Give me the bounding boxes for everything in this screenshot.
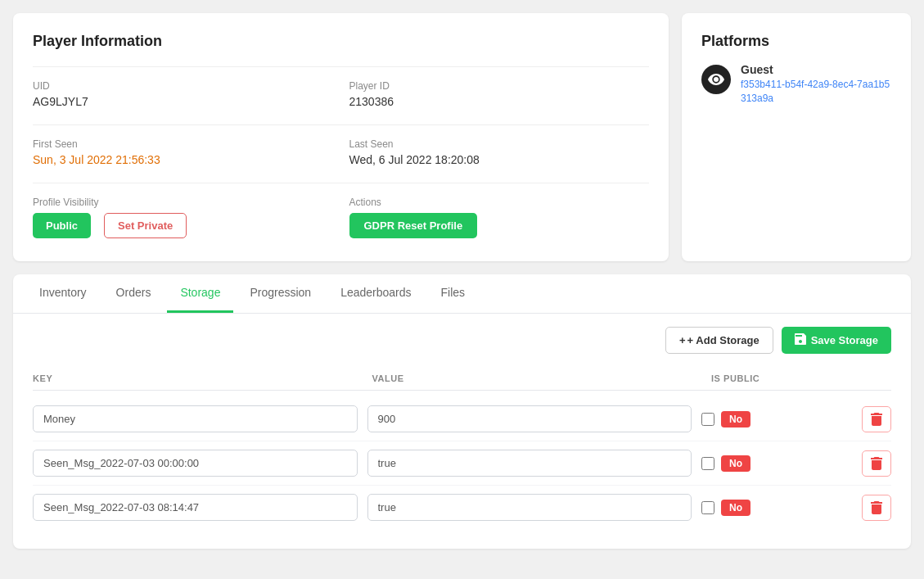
storage-toolbar: + + Add Storage Save Storage (33, 327, 891, 354)
player-id-section: Player ID 2130386 (349, 80, 650, 108)
profile-visibility-label: Profile Visibility (33, 197, 333, 208)
value-input-2[interactable] (367, 450, 692, 477)
tab-files[interactable]: Files (428, 274, 479, 313)
public-button[interactable]: Public (33, 213, 91, 238)
delete-cell-2 (842, 450, 891, 477)
platforms-card: Platforms Guest f353b411-b54f-42a9-8ec4-… (682, 13, 911, 261)
storage-row: No (33, 397, 891, 441)
player-info-title: Player Information (33, 33, 649, 50)
set-private-button[interactable]: Set Private (104, 213, 187, 238)
header-key: KEY (33, 373, 372, 383)
platform-name: Guest (741, 63, 891, 76)
storage-row: No (33, 441, 891, 486)
value-input-1[interactable] (367, 405, 692, 432)
storage-row: No (33, 486, 891, 529)
delete-cell-1 (842, 406, 891, 432)
value-input-3[interactable] (367, 494, 692, 521)
is-public-checkbox-3[interactable] (701, 501, 714, 514)
is-public-cell-3: No (701, 500, 832, 516)
action-buttons: GDPR Reset Profile (349, 213, 650, 238)
tabs-section: Inventory Orders Storage Progression Lea… (13, 274, 911, 549)
is-public-checkbox-2[interactable] (701, 457, 714, 470)
key-cell-3 (33, 494, 358, 521)
value-cell-1 (367, 405, 692, 432)
uid-label: UID (33, 80, 333, 92)
delete-cell-3 (842, 495, 891, 521)
uid-section: UID AG9LJYL7 (33, 80, 333, 108)
save-storage-label: Save Storage (811, 334, 878, 346)
info-grid: UID AG9LJYL7 Player ID 2130386 (33, 80, 649, 111)
trash-icon-3 (871, 501, 882, 514)
add-storage-button[interactable]: + + Add Storage (665, 327, 773, 354)
last-seen-section: Last Seen Wed, 6 Jul 2022 18:20:08 (349, 138, 650, 166)
no-badge-3: No (721, 500, 750, 516)
profile-visibility-section: Profile Visibility Public Set Private (33, 197, 333, 238)
value-cell-3 (367, 494, 692, 521)
last-seen-value: Wed, 6 Jul 2022 18:20:08 (349, 153, 650, 166)
delete-button-3[interactable] (862, 495, 891, 521)
trash-icon-2 (871, 457, 882, 470)
dates-grid: First Seen Sun, 3 Jul 2022 21:56:33 Last… (33, 138, 649, 170)
platform-info: Guest f353b411-b54f-42a9-8ec4-7aa1b5313a… (741, 63, 891, 106)
save-storage-button[interactable]: Save Storage (782, 327, 891, 354)
player-id-label: Player ID (349, 80, 650, 92)
is-public-cell-1: No (701, 411, 832, 427)
actions-label: Actions (349, 197, 650, 208)
eye-icon (708, 74, 724, 85)
no-badge-2: No (721, 455, 750, 472)
main-layout: Player Information UID AG9LJYL7 Player I… (13, 13, 911, 261)
tab-inventory[interactable]: Inventory (26, 274, 100, 313)
first-seen-section: First Seen Sun, 3 Jul 2022 21:56:33 (33, 138, 333, 166)
tab-orders[interactable]: Orders (103, 274, 165, 313)
first-seen-value: Sun, 3 Jul 2022 21:56:33 (33, 153, 333, 166)
header-is-public: IS PUBLIC (711, 373, 842, 383)
delete-button-2[interactable] (862, 450, 891, 477)
actions-section: Actions GDPR Reset Profile (349, 197, 650, 238)
tab-storage[interactable]: Storage (167, 274, 233, 313)
storage-table: KEY VALUE IS PUBLIC No (33, 367, 891, 529)
first-seen-label: First Seen (33, 138, 333, 150)
no-badge-1: No (721, 411, 750, 427)
value-cell-2 (367, 450, 692, 477)
save-icon (795, 333, 806, 347)
visibility-buttons: Public Set Private (33, 213, 333, 238)
divider-3 (33, 183, 649, 183)
platform-id: f353b411-b54f-42a9-8ec4-7aa1b5313a9a (741, 78, 891, 106)
storage-header: KEY VALUE IS PUBLIC (33, 367, 891, 391)
header-value: VALUE (372, 373, 712, 383)
plus-icon: + (679, 334, 686, 346)
key-cell-1 (33, 405, 358, 432)
tabs-content: + + Add Storage Save Storage KEY VALUE I… (13, 314, 911, 549)
divider-2 (33, 124, 649, 125)
tab-leaderboards[interactable]: Leaderboards (327, 274, 424, 313)
trash-icon-1 (871, 413, 882, 426)
platform-icon (701, 65, 731, 94)
key-input-2[interactable] (33, 450, 358, 477)
header-actions (842, 373, 891, 383)
divider-1 (33, 66, 649, 67)
key-cell-2 (33, 450, 358, 477)
actions-grid: Profile Visibility Public Set Private Ac… (33, 197, 649, 242)
last-seen-label: Last Seen (349, 138, 650, 150)
delete-button-1[interactable] (862, 406, 891, 432)
uid-value: AG9LJYL7 (33, 95, 333, 108)
is-public-cell-2: No (701, 455, 832, 472)
player-id-value: 2130386 (349, 95, 650, 108)
tabs-nav: Inventory Orders Storage Progression Lea… (13, 274, 911, 314)
tab-progression[interactable]: Progression (237, 274, 324, 313)
platforms-title: Platforms (701, 33, 891, 50)
player-info-card: Player Information UID AG9LJYL7 Player I… (13, 13, 669, 261)
add-storage-label: + Add Storage (687, 334, 759, 346)
key-input-1[interactable] (33, 405, 358, 432)
platform-item: Guest f353b411-b54f-42a9-8ec4-7aa1b5313a… (701, 63, 891, 106)
gdpr-reset-button[interactable]: GDPR Reset Profile (349, 213, 478, 238)
is-public-checkbox-1[interactable] (701, 413, 714, 426)
key-input-3[interactable] (33, 494, 358, 521)
